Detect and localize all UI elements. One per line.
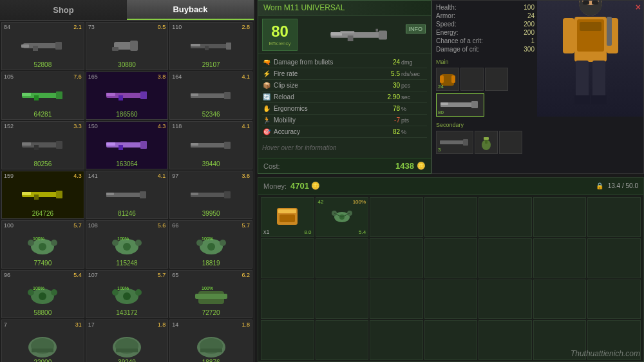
inv-slot-17[interactable] <box>370 280 423 319</box>
shop-item-9[interactable]: 118 39440 4.1 <box>169 121 252 169</box>
inv-slot-7[interactable] <box>587 197 641 237</box>
secondary-weapon-slot[interactable]: 3 <box>436 131 473 154</box>
shop-item-3[interactable]: 110 29107 2.8 <box>169 22 252 70</box>
svg-point-54 <box>207 243 215 251</box>
inv-slot-19[interactable] <box>478 280 532 319</box>
item-preview-area: 80 Efficiency INFO <box>258 15 431 54</box>
item-stats: 🔫 Damage from bullets 24 dmg ⚡ Fire rate… <box>258 54 431 140</box>
shop-item-14[interactable]: 108 100% 115248 5.6 <box>86 220 169 269</box>
inv-slot-21[interactable] <box>587 280 641 319</box>
svg-rect-95 <box>347 35 353 41</box>
shop-item-4[interactable]: 105 64281 7.6 <box>1 71 84 120</box>
shop-item-2[interactable]: 73 30880 0.5 <box>86 22 169 70</box>
equip-slot-2[interactable] <box>460 68 484 91</box>
main-weapon-slot[interactable]: 80 <box>436 93 484 117</box>
shop-item-11[interactable]: 141 81246 4.1 <box>86 171 169 219</box>
inv-slot-2[interactable]: 100% 42 5.4 <box>316 197 369 237</box>
info-button[interactable]: INFO <box>406 24 426 33</box>
shop-item-21[interactable]: 14 18876 1.8 <box>169 319 252 362</box>
svg-rect-9 <box>191 44 200 46</box>
inv-slot-12[interactable] <box>478 238 532 278</box>
inv-slot-15[interactable] <box>261 280 314 319</box>
inv-slot-5[interactable] <box>478 197 532 237</box>
shop-item-17[interactable]: 107 100% 143172 5.7 <box>86 270 169 318</box>
inv-slot-1[interactable]: x1 8.0 <box>261 197 314 237</box>
svg-point-44 <box>39 243 46 251</box>
shop-item-8[interactable]: 150 163064 4.3 <box>86 121 169 169</box>
svg-rect-113 <box>592 1 598 5</box>
weight-current: 13.4 <box>608 182 620 189</box>
inventory-grid: x1 8.0 100% 42 5.4 <box>258 195 643 362</box>
inv-slot-11[interactable] <box>424 238 478 278</box>
grenade-slot[interactable] <box>475 131 498 154</box>
shop-item-7[interactable]: 152 80256 3.3 <box>1 121 84 169</box>
reload-icon: 🔄 <box>262 93 271 102</box>
svg-point-61 <box>51 289 57 296</box>
shop-item-5[interactable]: 165 186560 3.8 <box>86 71 169 120</box>
inv-slot-23[interactable] <box>316 320 369 360</box>
inv-slot-16[interactable] <box>316 280 369 319</box>
svg-rect-96 <box>340 31 354 33</box>
inv-slot-9[interactable] <box>316 238 369 278</box>
armor-slot[interactable]: 24 <box>436 68 459 91</box>
svg-rect-39 <box>106 193 114 195</box>
stat-row-damage: 🔫 Damage from bullets 24 dmg <box>262 57 427 68</box>
tab-buyback[interactable]: Buyback <box>127 0 254 20</box>
svg-rect-105 <box>463 139 468 146</box>
inv-slot-4[interactable] <box>424 197 478 237</box>
shop-item-13[interactable]: 100 100% 77490 5.7 <box>1 220 84 269</box>
inv-slot-25[interactable] <box>424 320 478 360</box>
secondary-slot-3[interactable] <box>499 131 522 154</box>
item-detail-panel: Worn M11 UNIVERSAL 80 Efficiency INFO 🔫 … <box>258 0 431 174</box>
svg-rect-36 <box>34 195 39 200</box>
inv-slot-13[interactable] <box>533 238 587 278</box>
equip-slot-3[interactable] <box>485 68 508 91</box>
inv-slot-18[interactable] <box>424 280 478 319</box>
svg-rect-76 <box>116 348 138 352</box>
main-slots: 24 <box>435 66 536 92</box>
character-panel-inner: Health: 100 Armor: 24 Speed: 200 Energy:… <box>432 1 643 173</box>
shop-item-15[interactable]: 66 100% 18819 5.7 <box>169 220 252 269</box>
svg-rect-13 <box>22 93 31 96</box>
main-label: Main <box>435 57 536 66</box>
lock-icon: 🔒 <box>596 182 603 189</box>
svg-rect-41 <box>224 191 231 198</box>
svg-text:100%: 100% <box>202 236 213 241</box>
inv-slot-22[interactable] <box>261 320 314 360</box>
close-button[interactable]: × <box>636 2 641 12</box>
tab-shop[interactable]: Shop <box>0 0 127 20</box>
svg-rect-112 <box>583 1 589 5</box>
inv-slot-10[interactable] <box>370 238 423 278</box>
shop-item-19[interactable]: 7 22000 31 <box>1 319 84 362</box>
svg-rect-14 <box>34 95 39 100</box>
stat-crit-chance: Chance of a crit: 1 <box>435 37 536 45</box>
shop-grid: 84 52808 2.1 73 30880 0.5 110 29107 2.8 … <box>0 21 254 362</box>
shop-item-6[interactable]: 164 52346 4.1 <box>169 71 252 120</box>
inv-slot-20[interactable] <box>533 280 587 319</box>
svg-point-56 <box>220 240 226 246</box>
inv-slot-14[interactable] <box>587 238 641 278</box>
secondary-label: Secondary <box>435 120 536 129</box>
shop-panel: Shop Buyback 84 52808 2.1 73 30880 0.5 1… <box>0 0 254 362</box>
shop-item-10[interactable]: 159 264726 4.3 <box>1 171 84 219</box>
money-coin-icon: 🪙 <box>311 182 320 190</box>
watermark: Thuthuattienich.com <box>571 349 640 358</box>
svg-rect-17 <box>106 93 115 96</box>
shop-item-18[interactable]: 65 100% 72720 6.2 <box>169 270 252 318</box>
item-title: Worn M11 UNIVERSAL <box>263 3 345 12</box>
money-amount: 4701 <box>290 181 309 191</box>
hover-info: Hover over for information <box>258 140 431 155</box>
svg-rect-16 <box>140 91 147 99</box>
svg-rect-24 <box>22 142 31 146</box>
inv-slot-3[interactable] <box>370 197 423 237</box>
svg-rect-2 <box>21 44 29 48</box>
inv-slot-6[interactable] <box>533 197 587 237</box>
inv-slot-8[interactable] <box>261 238 314 278</box>
inv-slot-26[interactable] <box>478 320 532 360</box>
shop-item-1[interactable]: 84 52808 2.1 <box>1 22 84 70</box>
svg-rect-108 <box>484 137 489 140</box>
shop-item-16[interactable]: 96 100% 58800 5.4 <box>1 270 84 318</box>
shop-item-20[interactable]: 17 39249 1.8 <box>86 319 169 362</box>
inv-slot-24[interactable] <box>370 320 423 360</box>
shop-item-12[interactable]: 97 39950 3.6 <box>169 171 252 219</box>
